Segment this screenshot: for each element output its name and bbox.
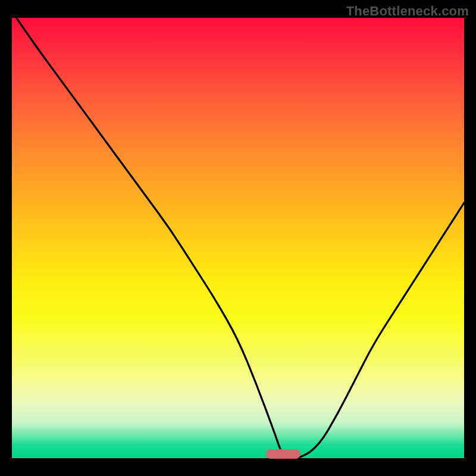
bottleneck-curve	[17, 18, 464, 458]
plot-area	[12, 18, 464, 458]
chart-stage: TheBottleneck.com	[0, 0, 476, 476]
optimal-marker	[266, 449, 300, 459]
watermark-text: TheBottleneck.com	[346, 4, 469, 19]
curve-svg	[12, 18, 464, 458]
